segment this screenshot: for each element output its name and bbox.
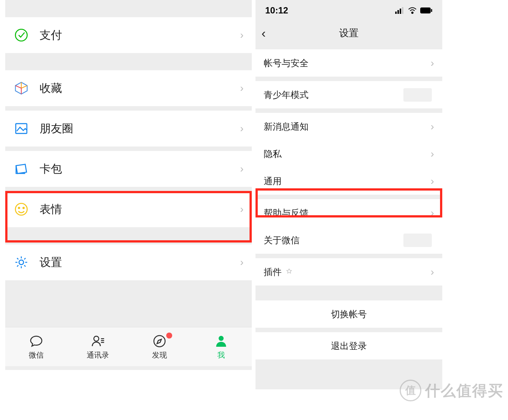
contacts-icon (90, 334, 105, 349)
divider (5, 187, 252, 191)
nav-bar: ‹ 设置 (255, 21, 442, 45)
svg-point-2 (15, 203, 27, 215)
svg-point-6 (94, 336, 99, 341)
settings-item-label: 新消息通知 (264, 121, 431, 133)
watermark-badge: 值 (400, 380, 421, 401)
divider (255, 254, 442, 258)
chevron-right-icon: › (240, 83, 244, 93)
redacted-value (403, 234, 432, 247)
svg-point-4 (23, 207, 24, 209)
svg-rect-18 (431, 9, 432, 12)
settings-item-label: 帐号与安全 (264, 57, 431, 69)
section-gap (5, 227, 252, 244)
status-time: 10:12 (265, 5, 288, 16)
settings-item-label: 帮助与反馈 (264, 207, 431, 219)
chevron-right-icon: › (240, 30, 244, 40)
divider (255, 195, 442, 199)
redacted-value (403, 88, 432, 102)
menu-item-cards[interactable]: 卡包 › (5, 151, 252, 187)
divider (5, 106, 252, 111)
tab-me[interactable]: 我 (190, 327, 252, 366)
settings-item-label: 通用 (264, 175, 431, 187)
settings-item-switch-account[interactable]: 切换帐号 (255, 300, 442, 328)
svg-rect-13 (397, 10, 399, 14)
chevron-right-icon: › (240, 164, 244, 174)
signal-icon (395, 7, 405, 14)
pay-icon (13, 27, 29, 43)
plugin-badge-icon (285, 268, 293, 276)
battery-icon (420, 7, 433, 14)
settings-item-plugins[interactable]: 插件 › (255, 258, 442, 285)
chevron-right-icon: › (240, 204, 244, 214)
moments-icon (13, 121, 29, 136)
settings-item-label: 退出登录 (331, 340, 367, 352)
menu-item-pay[interactable]: 支付 › (5, 17, 252, 53)
card-icon (13, 161, 29, 177)
svg-point-3 (18, 207, 20, 209)
tab-contacts[interactable]: 通讯录 (67, 327, 128, 366)
settings-item-logout[interactable]: 退出登录 (255, 332, 442, 359)
section-gap (255, 285, 442, 300)
smile-icon (13, 201, 29, 217)
tab-discover[interactable]: 发现 (128, 327, 190, 366)
me-page: 支付 › 收藏 › 朋友圈 › 卡包 › (5, 0, 252, 366)
watermark-text: 什么值得买 (425, 380, 504, 401)
settings-item-privacy[interactable]: 隐私 › (255, 140, 442, 167)
svg-point-10 (154, 336, 165, 347)
chevron-right-icon: › (431, 149, 434, 159)
tab-bar: 微信 通讯录 发现 我 (5, 327, 252, 366)
svg-point-16 (412, 12, 413, 13)
menu-item-label: 收藏 (40, 81, 240, 96)
chevron-right-icon: › (431, 176, 434, 186)
settings-item-label: 切换帐号 (331, 308, 367, 320)
menu-item-settings[interactable]: 设置 › (5, 244, 252, 280)
svg-rect-14 (400, 9, 401, 14)
settings-item-about[interactable]: 关于微信 (255, 226, 442, 254)
menu-item-label: 表情 (40, 202, 240, 217)
settings-item-help-feedback[interactable]: 帮助与反馈 › (255, 199, 442, 226)
page-title: 设置 (339, 27, 359, 40)
menu-item-label: 设置 (40, 255, 240, 270)
notification-dot (166, 333, 172, 339)
tab-label: 我 (217, 350, 225, 360)
chat-icon (29, 334, 44, 349)
divider (255, 77, 442, 81)
divider (255, 45, 442, 49)
section-gap (5, 0, 252, 17)
settings-item-general[interactable]: 通用 › (255, 167, 442, 195)
menu-item-favorites[interactable]: 收藏 › (5, 70, 252, 106)
back-button[interactable]: ‹ (261, 26, 266, 40)
chevron-right-icon: › (240, 257, 244, 268)
settings-item-notifications[interactable]: 新消息通知 › (255, 113, 442, 140)
divider (255, 108, 442, 113)
chevron-right-icon: › (431, 267, 434, 277)
svg-point-0 (15, 29, 27, 41)
svg-rect-15 (402, 7, 403, 14)
tab-label: 微信 (29, 350, 44, 360)
menu-item-label: 支付 (40, 28, 240, 43)
chevron-right-icon: › (431, 208, 434, 218)
wifi-icon (408, 7, 417, 14)
settings-item-teen-mode[interactable]: 青少年模式 (255, 81, 442, 108)
menu-item-stickers[interactable]: 表情 › (5, 191, 252, 227)
chevron-right-icon: › (240, 123, 244, 134)
settings-item-label: 隐私 (264, 148, 431, 160)
cube-icon (13, 80, 29, 96)
divider (5, 146, 252, 151)
svg-point-5 (19, 260, 24, 265)
status-bar: 10:12 (255, 0, 442, 21)
menu-item-moments[interactable]: 朋友圈 › (5, 111, 252, 146)
person-icon (214, 334, 229, 349)
watermark: 值 什么值得买 (400, 380, 504, 401)
svg-rect-12 (395, 12, 397, 14)
tab-chat[interactable]: 微信 (5, 327, 67, 366)
compass-icon (152, 334, 167, 349)
chevron-right-icon: › (431, 121, 434, 132)
svg-point-11 (219, 336, 223, 340)
settings-item-account-security[interactable]: 帐号与安全 › (255, 49, 442, 77)
settings-page: 10:12 ‹ 设置 帐号与安全 › 青少年模式 新消息通知 › 隐私 (255, 0, 442, 359)
menu-item-label: 卡包 (40, 161, 240, 177)
svg-rect-17 (420, 7, 431, 13)
gear-icon (13, 254, 29, 270)
status-icons (395, 7, 433, 14)
